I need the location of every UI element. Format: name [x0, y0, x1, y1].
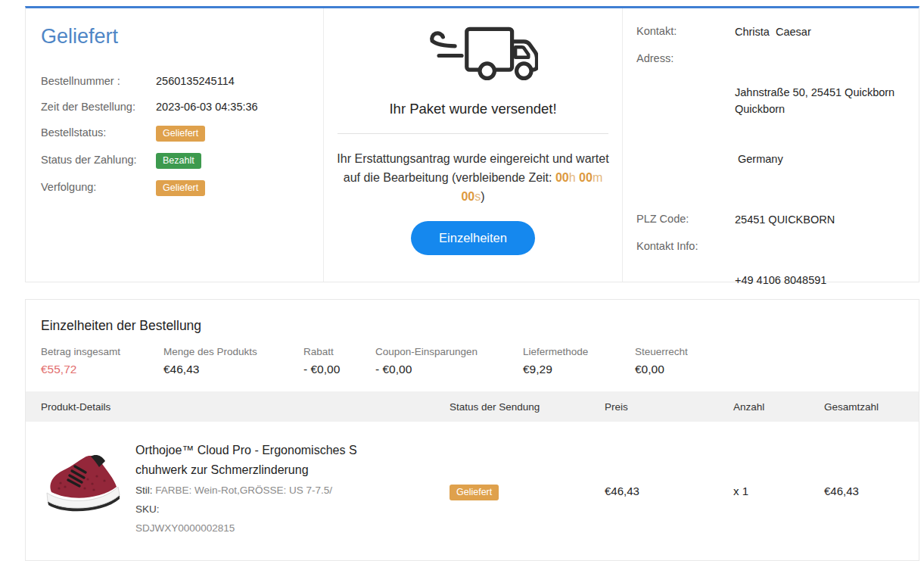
- summary-total-label: Betrag insgesamt: [41, 346, 163, 357]
- order-summary-row: Betrag insgesamt €55,72 Menge des Produk…: [26, 334, 919, 391]
- summary-product-amount: Menge des Produkts €46,43: [163, 346, 303, 376]
- order-info-panel: Geliefert Bestellnummer : 2560135245114 …: [26, 8, 324, 282]
- delivery-truck-icon: [324, 20, 622, 89]
- product-table-row: Orthojoe™ Cloud Pro - Ergonomisches Schu…: [26, 422, 919, 537]
- contact-address-row: Adress: Jahnstraße 50, 25451 Quickborn Q…: [636, 51, 919, 201]
- order-details-card: Einzelheiten der Bestellung Betrag insge…: [25, 299, 919, 561]
- order-number-label: Bestellnummer :: [41, 74, 156, 89]
- refund-status-text: Ihr Erstattungsantrag wurde eingereicht …: [331, 149, 614, 206]
- order-time-value: 2023-06-03 04:35:36: [156, 100, 258, 114]
- summary-tax-label: Steuerrecht: [635, 346, 904, 357]
- contact-name-value: Christa Caesar: [735, 23, 904, 40]
- summary-discount: Rabatt - €0,00: [303, 346, 375, 376]
- shipment-status-panel: Ihr Paket wurde versendet! Ihr Erstattun…: [324, 8, 623, 282]
- details-button[interactable]: Einzelheiten: [411, 221, 535, 255]
- total-cell: €46,43: [824, 485, 919, 497]
- address-line-2: Germany: [735, 151, 904, 167]
- contact-info-panel: Kontakt: Christa Caesar Adress: Jahnstra…: [623, 8, 919, 282]
- header-shipment-status: Status der Sendung: [450, 401, 605, 413]
- header-total: Gesamtzahl: [824, 401, 919, 413]
- header-product-details: Produkt-Details: [41, 401, 450, 413]
- header-quantity: Anzahl: [733, 401, 824, 413]
- tracking-status-badge: Geliefert: [156, 180, 205, 196]
- product-sku-value: SDJWXY0000002815: [135, 519, 362, 537]
- timer-minutes: 00: [579, 171, 593, 184]
- refund-text-close: ): [481, 190, 484, 203]
- summary-coupon: Coupon-Einsparungen - €0,00: [375, 346, 523, 376]
- contact-name-label: Kontakt:: [636, 23, 735, 40]
- payment-status-badge: Bezahlt: [156, 153, 201, 169]
- summary-discount-value: - €0,00: [303, 363, 375, 376]
- style-value: FARBE: Wein-Rot,GRÖSSE: US 7-7.5/: [155, 485, 332, 496]
- summary-discount-label: Rabatt: [303, 346, 375, 357]
- shipment-headline: Ihr Paket wurde versendet!: [324, 101, 622, 117]
- style-label: Stil:: [135, 485, 153, 496]
- order-number-row: Bestellnummer : 2560135245114: [41, 74, 305, 89]
- timer-hours-unit: h: [569, 171, 576, 184]
- product-photo-red-sneaker: [41, 441, 124, 518]
- header-price: Preis: [605, 401, 733, 413]
- order-details-title: Einzelheiten der Bestellung: [26, 300, 919, 334]
- summary-product-amount-label: Menge des Produkts: [163, 346, 303, 357]
- summary-shipping: Liefermethode €9,29: [523, 346, 635, 376]
- product-style-line: Stil: FARBE: Wein-Rot,GRÖSSE: US 7-7.5/: [135, 482, 362, 499]
- order-status-row: Bestellstatus: Geliefert: [41, 126, 305, 142]
- shipment-status-cell: Geliefert: [450, 485, 605, 500]
- product-sku-label-line: SKU:: [135, 500, 362, 518]
- page-title: Geliefert: [41, 25, 305, 48]
- divider: [338, 133, 608, 134]
- contact-phone: +49 4106 8048591: [735, 272, 904, 288]
- contact-plz-row: PLZ Code: 25451 QUICKBORN: [636, 211, 919, 228]
- summary-product-amount-value: €46,43: [163, 363, 303, 376]
- order-time-label: Zeit der Bestellung:: [41, 100, 156, 114]
- product-title: Orthojoe™ Cloud Pro - Ergonomisches Schu…: [135, 441, 362, 480]
- contact-plz-value: 25451 QUICKBORN: [735, 211, 904, 228]
- timer-hours: 00: [555, 171, 569, 184]
- product-table-header: Produkt-Details Status der Sendung Preis…: [26, 391, 919, 422]
- contact-plz-label: PLZ Code:: [636, 211, 735, 228]
- summary-tax-value: €0,00: [635, 363, 904, 376]
- product-details-cell: Orthojoe™ Cloud Pro - Ergonomisches Schu…: [41, 441, 450, 537]
- row-status-badge: Geliefert: [450, 485, 499, 500]
- payment-status-label: Status der Zahlung:: [41, 153, 156, 167]
- summary-total-value: €55,72: [41, 363, 163, 376]
- payment-status-row: Status der Zahlung: Bezahlt: [41, 153, 305, 169]
- summary-coupon-label: Coupon-Einsparungen: [375, 346, 523, 357]
- contact-name-row: Kontakt: Christa Caesar: [636, 23, 919, 40]
- tracking-status-row: Verfolgung: Geliefert: [41, 180, 305, 196]
- address-line-1: Jahnstraße 50, 25451 Quickborn Quickborn: [735, 84, 904, 117]
- order-status-badge: Geliefert: [156, 126, 205, 142]
- order-status-label: Bestellstatus:: [41, 126, 156, 140]
- tracking-status-label: Verfolgung:: [41, 180, 156, 195]
- quantity-cell: x 1: [733, 485, 824, 497]
- contact-address-value: Jahnstraße 50, 25451 Quickborn Quickborn…: [735, 51, 904, 201]
- product-text-block: Orthojoe™ Cloud Pro - Ergonomisches Schu…: [135, 441, 362, 537]
- summary-shipping-value: €9,29: [523, 363, 635, 376]
- shipment-overview-card: Geliefert Bestellnummer : 2560135245114 …: [25, 6, 919, 282]
- contact-address-label: Adress:: [636, 51, 735, 201]
- summary-coupon-value: - €0,00: [375, 363, 523, 376]
- summary-tax: Steuerrecht €0,00: [635, 346, 904, 376]
- order-number-value: 2560135245114: [156, 74, 235, 89]
- timer-seconds: 00: [461, 190, 474, 203]
- summary-shipping-label: Liefermethode: [523, 346, 635, 357]
- summary-total: Betrag insgesamt €55,72: [41, 346, 163, 376]
- order-time-row: Zeit der Bestellung: 2023-06-03 04:35:36: [41, 100, 305, 114]
- price-cell: €46,43: [605, 485, 733, 497]
- timer-minutes-unit: m: [593, 171, 602, 184]
